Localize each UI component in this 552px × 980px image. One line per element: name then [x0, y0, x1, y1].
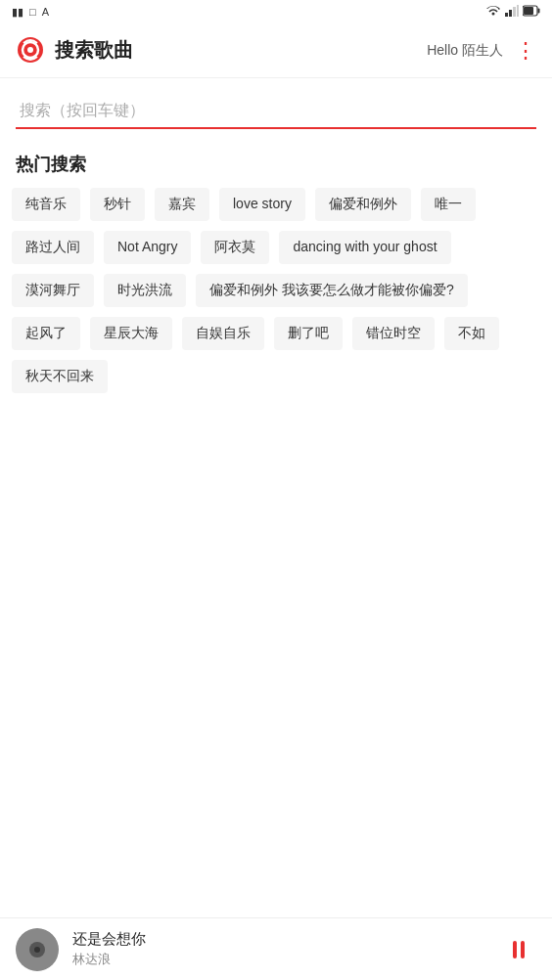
status-bar-right [485, 5, 540, 19]
hot-search-tag[interactable]: 阿衣莫 [201, 231, 269, 264]
player-controls [501, 932, 536, 967]
svg-rect-0 [505, 13, 508, 17]
hot-search-tag[interactable]: 星辰大海 [90, 317, 172, 350]
player-song-name: 还是会想你 [72, 930, 487, 949]
tags-container: 纯音乐秒针嘉宾love story偏爱和例外唯一路过人间Not Angry阿衣莫… [0, 188, 552, 393]
nav-menu-button[interactable]: ⋮ [515, 38, 536, 64]
hot-search-tag[interactable]: 时光洪流 [104, 274, 186, 307]
hot-search-tag[interactable]: 起风了 [12, 317, 80, 350]
status-bar-left: ▮▮ □ A [12, 6, 49, 19]
top-nav: 搜索歌曲 Hello 陌生人 ⋮ [0, 23, 552, 78]
player-avatar [16, 928, 59, 971]
nav-right: Hello 陌生人 ⋮ [427, 38, 536, 64]
search-input[interactable] [16, 94, 536, 129]
svg-rect-3 [517, 5, 519, 17]
signal-icon [505, 5, 519, 19]
search-container [0, 78, 552, 137]
hot-search-title: 热门搜索 [0, 137, 552, 188]
pause-button[interactable] [501, 932, 536, 967]
hot-search-tag[interactable]: 唯一 [421, 188, 476, 221]
svg-point-9 [27, 47, 33, 53]
player-artist: 林达浪 [72, 951, 487, 968]
hot-search-tag[interactable]: 嘉宾 [155, 188, 209, 221]
svg-point-12 [34, 947, 40, 953]
status-bar: ▮▮ □ A [0, 0, 552, 23]
pause-icon [513, 941, 525, 958]
hot-search-tag[interactable]: 不如 [444, 317, 499, 350]
hot-search-tag[interactable]: Not Angry [104, 231, 191, 264]
hot-search-tag[interactable]: 秋天不回来 [12, 360, 108, 393]
nav-greeting: Hello 陌生人 [427, 42, 503, 60]
hot-search-tag[interactable]: 偏爱和例外 [315, 188, 411, 221]
hot-search-tag[interactable]: 路过人间 [12, 231, 94, 264]
hot-search-tag[interactable]: 自娱自乐 [182, 317, 264, 350]
hot-search-tag[interactable]: love story [219, 188, 305, 221]
svg-rect-5 [538, 9, 540, 14]
svg-rect-6 [524, 7, 533, 15]
hot-search-tag[interactable]: 错位时空 [352, 317, 435, 350]
svg-rect-1 [509, 10, 512, 17]
nav-logo: 搜索歌曲 [16, 35, 427, 67]
status-time: ▮▮ [12, 6, 23, 19]
wifi-icon [485, 5, 501, 19]
hot-search-tag[interactable]: 漠河舞厅 [12, 274, 94, 307]
player-info: 还是会想你 林达浪 [72, 930, 487, 968]
nav-title: 搜索歌曲 [55, 37, 133, 64]
battery-icon [523, 5, 540, 19]
hot-search-tag[interactable]: 偏爱和例外 我该要怎么做才能被你偏爱? [196, 274, 468, 307]
app-logo-icon [16, 35, 47, 67]
hot-search-tag[interactable]: 秒针 [90, 188, 145, 221]
hot-search-tag[interactable]: dancing with your ghost [279, 231, 450, 264]
hot-search-tag[interactable]: 删了吧 [274, 317, 343, 350]
status-font: A [42, 6, 49, 18]
bottom-player: 还是会想你 林达浪 [0, 917, 552, 980]
hot-search-tag[interactable]: 纯音乐 [12, 188, 80, 221]
svg-rect-2 [513, 7, 516, 17]
status-sd: □ [29, 6, 36, 18]
